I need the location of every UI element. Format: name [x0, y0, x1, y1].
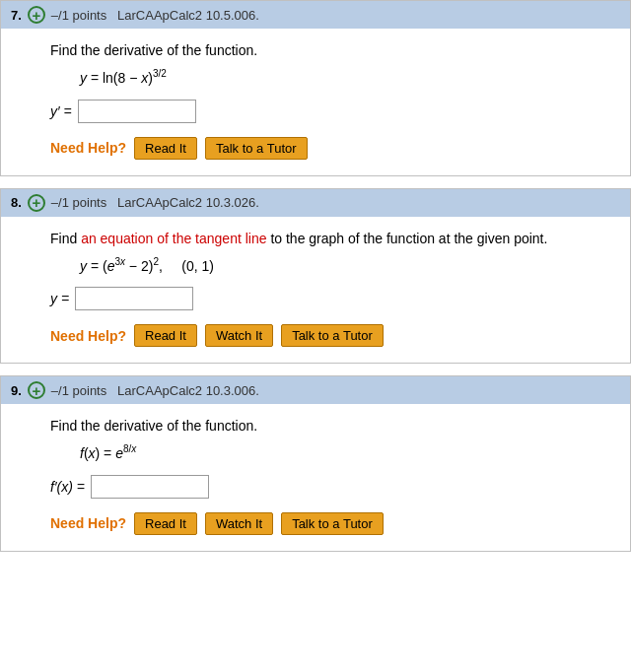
question-9-header: 9. + –/1 points LarCAApCalc2 10.3.006. — [1, 376, 630, 404]
question-7-help-row: Need Help? Read It Talk to a Tutor — [50, 137, 610, 160]
question-7-equation: y = ln(8 − x)3/2 — [80, 68, 610, 86]
question-9-input[interactable] — [91, 475, 209, 499]
question-8-header: 8. + –/1 points LarCAApCalc2 10.3.026. — [1, 189, 630, 217]
question-7: 7. + –/1 points LarCAApCalc2 10.5.006. F… — [0, 0, 631, 176]
question-7-body: Find the derivative of the function. y =… — [1, 29, 630, 175]
question-9-answer-label: f′(x) = — [50, 479, 85, 495]
question-8-equation: y = (e3x − 2)2, (0, 1) — [80, 256, 610, 274]
question-7-input[interactable] — [78, 100, 196, 123]
question-9-answer-row: f′(x) = — [50, 475, 610, 499]
question-8-need-help-label: Need Help? — [50, 328, 126, 344]
question-7-meta: –/1 points LarCAApCalc2 10.5.006. — [51, 8, 259, 23]
question-9: 9. + –/1 points LarCAApCalc2 10.3.006. F… — [0, 375, 631, 552]
question-7-answer-label: y′ = — [50, 103, 72, 119]
question-7-need-help-label: Need Help? — [50, 140, 126, 156]
question-7-read-it-button[interactable]: Read It — [134, 137, 197, 160]
question-9-watch-it-button[interactable]: Watch It — [205, 512, 273, 535]
question-8-meta: –/1 points LarCAApCalc2 10.3.026. — [51, 195, 259, 210]
question-8-read-it-button[interactable]: Read It — [134, 324, 197, 347]
question-8-body: Find an equation of the tangent line to … — [1, 217, 630, 364]
plus-icon-7[interactable]: + — [28, 6, 45, 24]
question-9-number: 9. — [11, 383, 22, 398]
question-8-number: 8. — [11, 195, 22, 210]
plus-icon-9[interactable]: + — [28, 381, 45, 399]
question-8: 8. + –/1 points LarCAApCalc2 10.3.026. F… — [0, 188, 631, 365]
question-7-instruction: Find the derivative of the function. — [50, 42, 610, 58]
question-9-talk-tutor-button[interactable]: Talk to a Tutor — [281, 512, 384, 535]
question-9-equation: f(x) = e8/x — [80, 443, 610, 461]
question-9-body: Find the derivative of the function. f(x… — [1, 404, 630, 551]
question-7-number: 7. — [11, 8, 22, 23]
question-7-answer-row: y′ = — [50, 100, 610, 123]
question-8-help-row: Need Help? Read It Watch It Talk to a Tu… — [50, 324, 610, 347]
question-7-header: 7. + –/1 points LarCAApCalc2 10.5.006. — [1, 1, 630, 29]
question-7-talk-tutor-button[interactable]: Talk to a Tutor — [205, 137, 308, 160]
plus-icon-8[interactable]: + — [28, 194, 45, 212]
question-8-talk-tutor-button[interactable]: Talk to a Tutor — [281, 324, 384, 347]
question-8-answer-label: y = — [50, 291, 69, 306]
question-8-input[interactable] — [75, 287, 193, 310]
question-8-instruction: Find an equation of the tangent line to … — [50, 231, 610, 246]
question-8-watch-it-button[interactable]: Watch It — [205, 324, 273, 347]
question-9-help-row: Need Help? Read It Watch It Talk to a Tu… — [50, 512, 610, 535]
question-9-need-help-label: Need Help? — [50, 515, 126, 531]
question-9-read-it-button[interactable]: Read It — [134, 512, 197, 535]
question-8-answer-row: y = — [50, 287, 610, 310]
question-9-meta: –/1 points LarCAApCalc2 10.3.006. — [51, 383, 259, 398]
question-9-instruction: Find the derivative of the function. — [50, 418, 610, 434]
